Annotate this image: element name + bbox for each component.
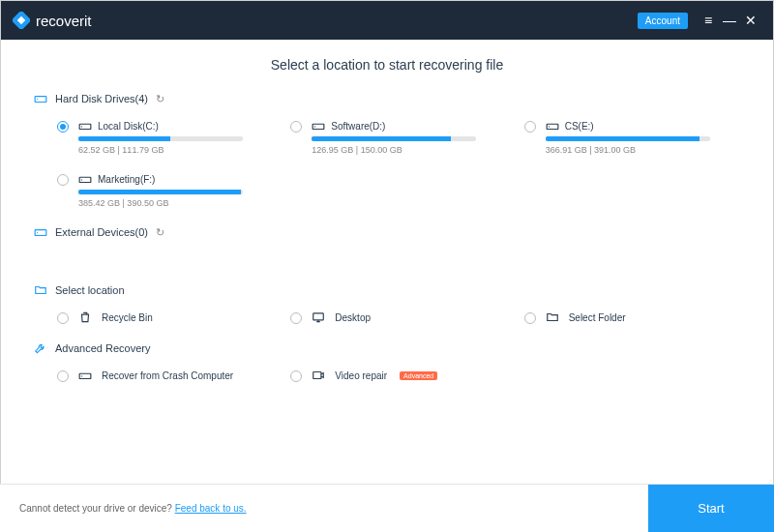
advanced-item[interactable]: Video repairAdvanced bbox=[290, 369, 506, 382]
advanced-label: Recover from Crash Computer bbox=[102, 370, 233, 381]
drive-size-text: 126.95 GB | 150.00 GB bbox=[312, 145, 506, 155]
footer-prompt: Cannot detect your drive or device? bbox=[19, 503, 175, 514]
svg-rect-15 bbox=[79, 373, 91, 378]
drive-label: Local Disk(C:) bbox=[98, 121, 159, 132]
page-title: Select a location to start recovering fi… bbox=[34, 57, 740, 73]
drive-size-text: 62.52 GB | 111.79 GB bbox=[78, 145, 273, 155]
external-device-icon bbox=[34, 225, 47, 239]
advanced-label: Video repair bbox=[335, 370, 387, 381]
main-content: Select a location to start recovering fi… bbox=[1, 40, 773, 485]
location-radio[interactable] bbox=[290, 312, 302, 324]
drive-item[interactable]: Marketing(F:)385.42 GB | 390.50 GB bbox=[57, 172, 273, 208]
location-label: Select Folder bbox=[569, 312, 626, 323]
section-advanced-header: Advanced Recovery bbox=[34, 341, 740, 355]
account-button[interactable]: Account bbox=[638, 13, 688, 29]
svg-rect-10 bbox=[79, 177, 91, 182]
drive-size-text: 366.91 GB | 391.00 GB bbox=[546, 145, 740, 155]
drive-label: CS(E:) bbox=[565, 121, 594, 132]
select-folder-icon bbox=[546, 310, 559, 324]
start-button[interactable]: Start bbox=[648, 485, 774, 533]
location-label: Recycle Bin bbox=[102, 312, 153, 323]
advanced-grid: Recover from Crash ComputerVideo repairA… bbox=[34, 369, 740, 382]
footer-bar: Cannot detect your drive or device? Feed… bbox=[0, 484, 774, 532]
svg-point-16 bbox=[81, 375, 82, 376]
footer-text: Cannot detect your drive or device? Feed… bbox=[19, 503, 247, 514]
drive-usage-bar bbox=[78, 190, 243, 194]
location-item[interactable]: Select Folder bbox=[524, 310, 740, 324]
drive-radio[interactable] bbox=[57, 174, 69, 186]
close-icon[interactable]: ✕ bbox=[740, 13, 761, 28]
menu-icon[interactable]: ≡ bbox=[698, 13, 719, 28]
drive-usage-bar bbox=[312, 136, 476, 141]
advanced-radio[interactable] bbox=[290, 370, 302, 382]
drive-label: Software(D:) bbox=[331, 121, 385, 132]
recycle-bin-icon bbox=[78, 310, 92, 324]
section-hdd-label: Hard Disk Drives(4) bbox=[55, 93, 148, 104]
refresh-hdd-icon[interactable]: ↻ bbox=[156, 93, 164, 105]
brand-text: recoverit bbox=[36, 13, 92, 29]
section-advanced-label: Advanced Recovery bbox=[55, 342, 150, 354]
folder-icon bbox=[34, 283, 47, 297]
location-radio[interactable] bbox=[524, 312, 536, 324]
section-location-header: Select location bbox=[34, 283, 740, 297]
disk-icon bbox=[546, 119, 559, 133]
svg-point-7 bbox=[314, 126, 315, 127]
disk-icon bbox=[78, 119, 92, 133]
crash-computer-icon bbox=[78, 369, 92, 382]
wrench-icon bbox=[34, 341, 47, 355]
drive-grid: Local Disk(C:)62.52 GB | 111.79 GBSoftwa… bbox=[34, 119, 740, 208]
svg-point-9 bbox=[549, 126, 550, 127]
svg-rect-6 bbox=[313, 124, 324, 129]
drive-radio[interactable] bbox=[524, 121, 536, 133]
svg-rect-4 bbox=[79, 124, 91, 129]
video-repair-icon bbox=[312, 369, 325, 382]
section-location-label: Select location bbox=[55, 284, 125, 296]
advanced-radio[interactable] bbox=[57, 370, 69, 382]
drive-usage-bar bbox=[546, 136, 710, 141]
desktop-icon bbox=[312, 310, 325, 324]
drive-size-text: 385.42 GB | 390.50 GB bbox=[78, 198, 273, 208]
svg-point-5 bbox=[81, 126, 82, 127]
drive-usage-bar bbox=[78, 136, 243, 141]
section-external-label: External Devices(0) bbox=[55, 226, 148, 238]
section-external-header: External Devices(0) ↻ bbox=[34, 225, 740, 239]
drive-label: Marketing(F:) bbox=[98, 174, 155, 185]
refresh-external-icon[interactable]: ↻ bbox=[156, 226, 164, 239]
location-item[interactable]: Desktop bbox=[290, 310, 506, 324]
drive-item[interactable]: CS(E:)366.91 GB | 391.00 GB bbox=[524, 119, 740, 155]
svg-rect-17 bbox=[313, 372, 321, 379]
location-grid: Recycle BinDesktopSelect Folder bbox=[34, 310, 740, 324]
drive-radio[interactable] bbox=[290, 121, 302, 133]
location-label: Desktop bbox=[335, 312, 371, 323]
advanced-badge: Advanced bbox=[400, 371, 437, 380]
drive-item[interactable]: Software(D:)126.95 GB | 150.00 GB bbox=[290, 119, 506, 155]
svg-point-3 bbox=[37, 99, 38, 100]
section-hdd-header: Hard Disk Drives(4) ↻ bbox=[34, 92, 740, 105]
advanced-item[interactable]: Recover from Crash Computer bbox=[57, 369, 273, 382]
location-radio[interactable] bbox=[57, 312, 69, 324]
brand-logo: recoverit bbox=[13, 12, 92, 29]
minimize-icon[interactable]: — bbox=[719, 13, 740, 28]
disk-icon bbox=[78, 172, 92, 186]
svg-point-13 bbox=[37, 232, 38, 233]
location-item[interactable]: Recycle Bin bbox=[57, 310, 273, 324]
logo-icon bbox=[13, 12, 30, 29]
title-bar: recoverit Account ≡ — ✕ bbox=[1, 1, 773, 40]
feedback-link[interactable]: Feed back to us. bbox=[175, 503, 247, 514]
svg-rect-14 bbox=[313, 313, 324, 320]
drive-item[interactable]: Local Disk(C:)62.52 GB | 111.79 GB bbox=[57, 119, 273, 155]
disk-icon bbox=[312, 119, 325, 133]
hard-disk-icon bbox=[34, 92, 47, 105]
drive-radio[interactable] bbox=[57, 121, 69, 133]
svg-point-11 bbox=[81, 179, 82, 180]
